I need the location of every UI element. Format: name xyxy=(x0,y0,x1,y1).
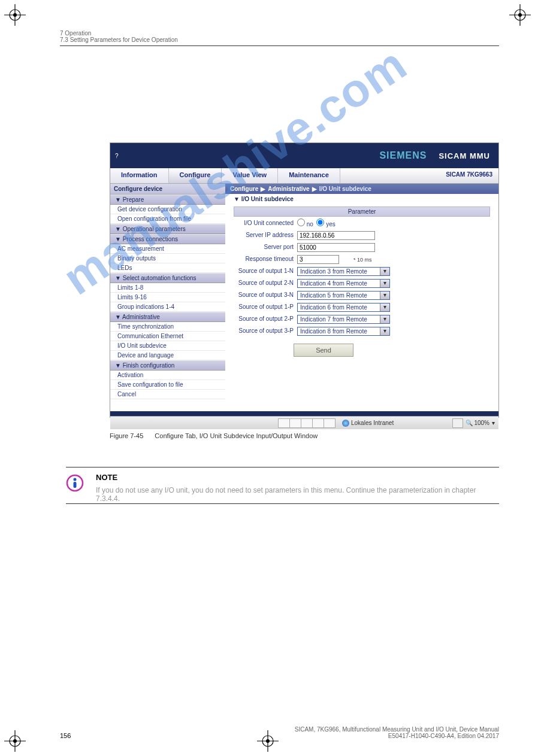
label-server-port: Server port xyxy=(234,244,297,250)
sidebar-item-save-to-file[interactable]: Save configuration to file xyxy=(110,380,225,390)
footer-line-1: SICAM, 7KG966, Multifunctional Measuring… xyxy=(295,726,499,733)
sidebar-item-cancel[interactable]: Cancel xyxy=(110,390,225,399)
label-output-2n: Source of output 2-N xyxy=(234,280,297,286)
label-output-1p: Source of output 1-P xyxy=(234,303,297,310)
registration-mark-icon xyxy=(508,3,532,27)
chevron-down-icon: ▾ xyxy=(380,268,389,275)
select-output-1n[interactable]: Indication 3 from Remote▾ xyxy=(297,267,390,276)
label-output-2p: Source of output 2-P xyxy=(234,315,297,322)
sidebar-title: Configure device xyxy=(110,184,225,195)
label-server-ip: Server IP address xyxy=(234,232,297,238)
sidebar: Configure device ▼ Prepare Get device co… xyxy=(110,184,225,411)
globe-icon xyxy=(342,420,349,427)
product-name: SICAM MMU xyxy=(439,151,490,160)
sidebar-section-finish[interactable]: ▼ Finish configuration xyxy=(110,360,225,371)
chevron-down-icon[interactable]: ▾ xyxy=(492,420,495,426)
sidebar-item-activation[interactable]: Activation xyxy=(110,371,225,380)
parameter-form: Parameter I/O Unit connected no yes Serv… xyxy=(234,207,490,357)
label-output-3p: Source of output 3-P xyxy=(234,327,297,334)
radio-no[interactable] xyxy=(297,218,305,226)
main-panel: Configure▶Administrative▶I/O Unit subdev… xyxy=(225,184,498,411)
sidebar-item-open-config[interactable]: Open configuration from file xyxy=(110,214,225,224)
sidebar-item-io-subdevice[interactable]: I/O Unit subdevice xyxy=(110,341,225,351)
browser-status-bar: Lokales Intranet 🔍 100% ▾ xyxy=(110,416,498,429)
chevron-down-icon: ▾ xyxy=(380,327,389,335)
sidebar-section-prepare[interactable]: ▼ Prepare xyxy=(110,195,225,205)
label-io-connected: I/O Unit connected xyxy=(234,220,297,226)
registration-mark-icon xyxy=(3,3,27,27)
breadcrumb-current: I/O Unit subdevice xyxy=(319,186,371,192)
note-label: NOTE xyxy=(96,473,117,482)
radio-yes[interactable] xyxy=(316,218,324,226)
footer-line-2: E50417-H1040-C490-A4, Edition 04.2017 xyxy=(295,733,499,739)
parameter-header: Parameter xyxy=(234,207,490,217)
svg-rect-18 xyxy=(74,482,77,488)
chapter-label: 7 Operation xyxy=(60,30,499,37)
breadcrumb: Configure▶Administrative▶I/O Unit subdev… xyxy=(225,184,498,194)
breadcrumb-administrative[interactable]: Administrative xyxy=(268,186,309,192)
zone-label: Lokales Intranet xyxy=(351,420,394,426)
sidebar-item-time-sync[interactable]: Time synchronization xyxy=(110,322,225,332)
select-output-3p[interactable]: Indication 8 from Remote▾ xyxy=(297,327,390,336)
timeout-unit-note: * 10 ms xyxy=(353,257,372,263)
page-footer: SICAM, 7KG966, Multifunctional Measuring… xyxy=(295,726,499,739)
sidebar-item-binary-outputs[interactable]: Binary outputs xyxy=(110,254,225,263)
sidebar-item-ac-measurement[interactable]: AC measurement xyxy=(110,244,225,254)
registration-mark-icon xyxy=(256,729,280,753)
brand-logo: SIEMENS xyxy=(379,150,427,161)
figure-number: Figure 7-45 xyxy=(110,432,143,439)
zoom-control[interactable]: 🔍 100% ▾ xyxy=(452,418,495,428)
sidebar-item-limits-9-16[interactable]: Limits 9-16 xyxy=(110,293,225,302)
panel-subheader: ▼ I/O Unit subdevice xyxy=(225,194,498,204)
chevron-down-icon: ▾ xyxy=(380,303,389,311)
note-text: If you do not use any I/O unit, you do n… xyxy=(96,486,499,503)
sidebar-section-operational[interactable]: ▼ Operational parameters xyxy=(110,224,225,234)
chevron-down-icon: ▾ xyxy=(380,280,389,287)
input-response-timeout[interactable] xyxy=(297,255,339,264)
sidebar-item-limits-1-8[interactable]: Limits 1-8 xyxy=(110,283,225,293)
select-output-2p[interactable]: Indication 7 from Remote▾ xyxy=(297,315,390,324)
breadcrumb-configure[interactable]: Configure xyxy=(230,186,258,192)
select-output-1p[interactable]: Indication 6 from Remote▾ xyxy=(297,303,390,312)
sidebar-item-device-language[interactable]: Device and language xyxy=(110,351,225,360)
registration-mark-icon xyxy=(3,729,27,753)
label-response-timeout: Response timeout xyxy=(234,256,297,262)
tab-maintenance[interactable]: Maintenance xyxy=(278,168,340,183)
send-button[interactable]: Send xyxy=(294,344,353,357)
sidebar-section-automation[interactable]: ▼ Select automation functions xyxy=(110,273,225,283)
app-header: ? SIEMENS SICAM MMU xyxy=(110,143,498,168)
sidebar-section-process[interactable]: ▼ Process connections xyxy=(110,234,225,244)
tab-configure[interactable]: Configure xyxy=(169,168,222,183)
section-label: 7.3 Setting Parameters for Device Operat… xyxy=(60,37,499,43)
screenshot-window: ? SIEMENS SICAM MMU Information Configur… xyxy=(110,142,499,418)
sidebar-item-comm-ethernet[interactable]: Communication Ethernet xyxy=(110,332,225,341)
input-server-port[interactable] xyxy=(297,243,375,252)
page-header: 7 Operation 7.3 Setting Parameters for D… xyxy=(60,30,499,46)
select-output-3n[interactable]: Indication 5 from Remote▾ xyxy=(297,291,390,300)
tab-information[interactable]: Information xyxy=(110,168,169,183)
note-block: NOTE If you do not use any I/O unit, you… xyxy=(66,467,499,504)
figure-caption: Figure 7-45 Configure Tab, I/O Unit Subd… xyxy=(110,432,318,439)
zoom-value: 🔍 100% xyxy=(466,420,489,426)
label-yes: yes xyxy=(326,221,335,227)
chevron-down-icon: ▾ xyxy=(380,315,389,323)
label-output-3n: Source of output 3-N xyxy=(234,292,297,298)
app-footer-bar xyxy=(110,411,498,416)
page-number: 156 xyxy=(60,732,71,739)
label-no: no xyxy=(307,221,313,227)
zone-indicator: Lokales Intranet xyxy=(342,420,394,427)
sidebar-section-administrative[interactable]: ▼ Administrative xyxy=(110,312,225,322)
figure-title: Configure Tab, I/O Unit Subdevice Input/… xyxy=(155,432,318,439)
sidebar-item-group-indications[interactable]: Group indications 1-4 xyxy=(110,302,225,312)
select-output-2n[interactable]: Indication 4 from Remote▾ xyxy=(297,279,390,288)
info-icon xyxy=(66,474,84,492)
tab-value-view[interactable]: Value View xyxy=(222,168,278,183)
help-icon[interactable]: ? xyxy=(115,153,119,159)
main-tabs: Information Configure Value View Mainten… xyxy=(110,168,498,184)
device-id: SICAM 7KG9663 xyxy=(440,168,498,183)
chevron-down-icon: ▾ xyxy=(380,292,389,299)
sidebar-item-get-device[interactable]: Get device configuration xyxy=(110,205,225,214)
page-mode-icon[interactable] xyxy=(452,418,463,428)
sidebar-item-leds[interactable]: LEDs xyxy=(110,263,225,273)
input-server-ip[interactable] xyxy=(297,231,375,240)
